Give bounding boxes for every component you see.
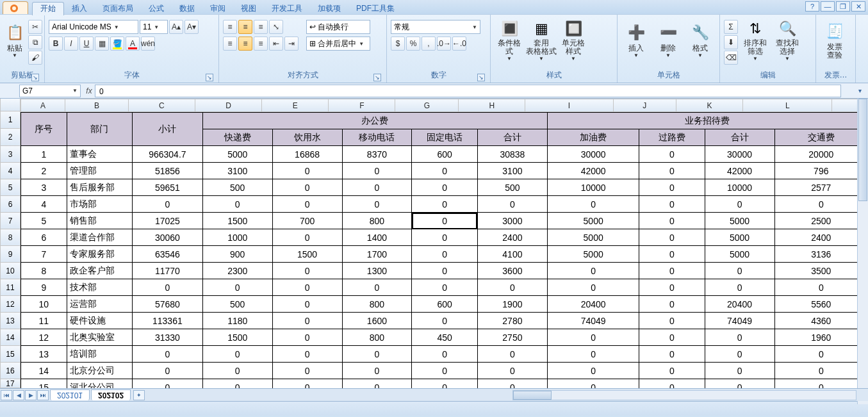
font-size-select[interactable]: 11▼ bbox=[140, 20, 168, 34]
cell[interactable]: 售后服务部 bbox=[67, 179, 132, 196]
cell[interactable]: 0 bbox=[705, 379, 774, 389]
paste-button[interactable]: 📋 粘贴 ▼ bbox=[4, 16, 26, 62]
sub-header[interactable]: 固定电话 bbox=[412, 129, 478, 146]
cell[interactable]: 管理部 bbox=[67, 163, 132, 179]
align-left-button[interactable]: ≡ bbox=[223, 37, 237, 51]
cell[interactable]: 5 bbox=[21, 213, 67, 229]
column-header-B[interactable]: B bbox=[65, 99, 129, 112]
ribbon-tab-9[interactable]: PDF工具集 bbox=[348, 3, 402, 15]
sub-header[interactable]: 过路费 bbox=[639, 129, 705, 146]
cell[interactable]: 0 bbox=[705, 363, 774, 379]
table-row[interactable]: 1董事会966304.75000168688370600308383000003… bbox=[21, 146, 868, 163]
table-row[interactable]: 15河北分公司0000000000 bbox=[21, 379, 868, 389]
cell[interactable]: 0 bbox=[202, 346, 272, 363]
table-row[interactable]: 4市场部0000000000 bbox=[21, 196, 868, 213]
cell[interactable]: 0 bbox=[412, 246, 478, 263]
align-middle-button[interactable]: ≡ bbox=[238, 20, 252, 34]
invoice-check-button[interactable]: 🧾发票 查验 bbox=[820, 16, 849, 62]
cell[interactable]: 0 bbox=[547, 346, 639, 363]
sub-header[interactable]: 合计 bbox=[705, 129, 774, 146]
cell[interactable]: 0 bbox=[477, 346, 547, 363]
cell[interactable]: 0 bbox=[272, 263, 342, 279]
cell[interactable]: 5000 bbox=[705, 246, 774, 263]
format-as-table-button[interactable]: ▦套用 表格格式▼ bbox=[527, 16, 556, 62]
cell[interactable]: 0 bbox=[774, 279, 867, 296]
cell[interactable]: 1600 bbox=[342, 313, 412, 329]
bold-button[interactable]: B bbox=[49, 37, 63, 51]
sub-header[interactable]: 加油费 bbox=[547, 129, 639, 146]
cell[interactable]: 0 bbox=[132, 363, 202, 379]
cell[interactable]: 3600 bbox=[477, 263, 547, 279]
cell[interactable]: 0 bbox=[202, 196, 272, 213]
tab-prev-button[interactable]: ◀ bbox=[13, 390, 24, 400]
cell[interactable]: 2577 bbox=[774, 179, 867, 196]
cell[interactable]: 5000 bbox=[202, 146, 272, 163]
cell[interactable]: 1400 bbox=[342, 229, 412, 246]
expand-formula-bar[interactable]: ▾ bbox=[854, 87, 865, 94]
border-button[interactable]: ▦ bbox=[95, 37, 109, 51]
row-header-3[interactable]: 3 bbox=[0, 146, 20, 163]
table-row[interactable]: 7专家服务部6354690015001700041005000050003136 bbox=[21, 246, 868, 263]
cell[interactable]: 10000 bbox=[547, 179, 639, 196]
cell[interactable]: 8 bbox=[21, 263, 67, 279]
sub-header[interactable]: 饮用水 bbox=[272, 129, 342, 146]
shrink-font-button[interactable]: A▾ bbox=[184, 20, 199, 34]
indent-decrease-button[interactable]: ⇤ bbox=[269, 37, 283, 51]
ribbon-tab-8[interactable]: 加载项 bbox=[310, 3, 348, 15]
cell[interactable]: 2400 bbox=[477, 229, 547, 246]
cell[interactable]: 1500 bbox=[202, 213, 272, 229]
insert-cells-button[interactable]: ➕插入▼ bbox=[621, 16, 651, 62]
cell[interactable]: 9 bbox=[21, 279, 67, 296]
cell[interactable]: 10 bbox=[21, 296, 67, 313]
merge-center-button[interactable]: ⊞ 合并后居中▼ bbox=[306, 37, 370, 51]
fill-color-button[interactable]: 🪣 bbox=[110, 37, 124, 51]
header-office[interactable]: 办公费 bbox=[202, 113, 547, 129]
cell[interactable]: 0 bbox=[132, 346, 202, 363]
cell[interactable]: 0 bbox=[202, 279, 272, 296]
cell[interactable]: 5000 bbox=[705, 229, 774, 246]
cell[interactable]: 11770 bbox=[132, 263, 202, 279]
cell[interactable]: 0 bbox=[547, 263, 639, 279]
cell[interactable]: 5000 bbox=[547, 213, 639, 229]
cell[interactable]: 0 bbox=[132, 379, 202, 389]
find-select-button[interactable]: 🔍查找和 选择▼ bbox=[773, 16, 802, 62]
accounting-format-button[interactable]: $ bbox=[391, 37, 405, 51]
column-header-C[interactable]: C bbox=[128, 99, 195, 112]
row-header-9[interactable]: 9 bbox=[0, 246, 20, 263]
comma-button[interactable]: , bbox=[422, 37, 436, 51]
cell[interactable]: 0 bbox=[272, 296, 342, 313]
table-row[interactable]: 6渠道合作部30060100001400024005000050002400 bbox=[21, 229, 868, 246]
cell[interactable]: 700 bbox=[272, 213, 342, 229]
copy-button[interactable]: ⧉ bbox=[28, 35, 42, 49]
cut-button[interactable]: ✂ bbox=[28, 20, 42, 34]
increase-decimal-button[interactable]: .0→ bbox=[437, 37, 451, 51]
minimize-button[interactable]: — bbox=[821, 1, 835, 12]
row-header-13[interactable]: 13 bbox=[0, 313, 20, 329]
grow-font-button[interactable]: A▴ bbox=[169, 20, 183, 34]
cell[interactable]: 3100 bbox=[202, 163, 272, 179]
cell[interactable]: 培训部 bbox=[67, 346, 132, 363]
cell[interactable]: 0 bbox=[412, 346, 478, 363]
cell[interactable]: 1900 bbox=[477, 296, 547, 313]
formula-input[interactable]: 0 bbox=[95, 85, 841, 97]
cell[interactable]: 0 bbox=[412, 279, 478, 296]
cell[interactable]: 30000 bbox=[705, 146, 774, 163]
cell[interactable]: 1960 bbox=[774, 329, 867, 346]
cell[interactable]: 0 bbox=[412, 196, 478, 213]
cell[interactable]: 0 bbox=[639, 279, 705, 296]
cell[interactable]: 0 bbox=[342, 279, 412, 296]
row-header-5[interactable]: 5 bbox=[0, 179, 20, 196]
orientation-button[interactable]: ⤡ bbox=[269, 20, 283, 34]
table-row[interactable]: 12北奥实验室313301500080045027500001960 bbox=[21, 329, 868, 346]
row-header-10[interactable]: 10 bbox=[0, 263, 20, 279]
cell[interactable]: 5000 bbox=[705, 213, 774, 229]
cell[interactable]: 政企客户部 bbox=[67, 263, 132, 279]
ribbon-tab-0[interactable]: 开始 bbox=[32, 2, 64, 15]
cell[interactable]: 31330 bbox=[132, 329, 202, 346]
cell[interactable]: 河北分公司 bbox=[67, 379, 132, 389]
cell[interactable]: 0 bbox=[477, 379, 547, 389]
cell[interactable]: 渠道合作部 bbox=[67, 229, 132, 246]
cell[interactable]: 800 bbox=[342, 296, 412, 313]
cell[interactable]: 1700 bbox=[342, 246, 412, 263]
cell[interactable]: 1000 bbox=[202, 229, 272, 246]
